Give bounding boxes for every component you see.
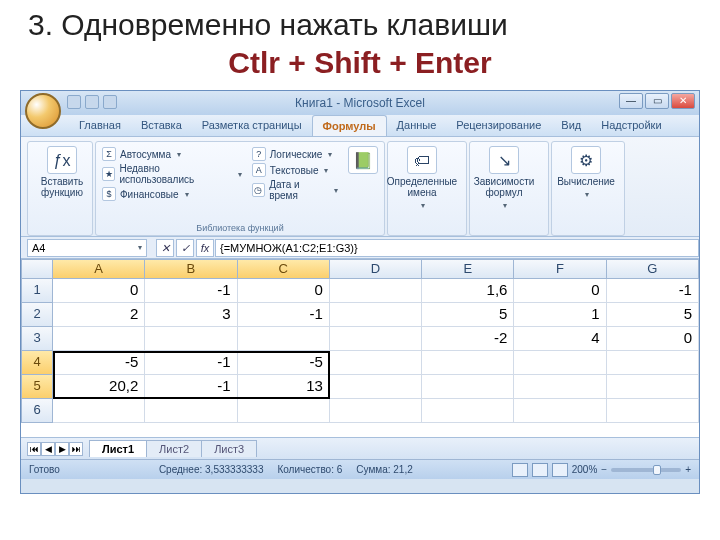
col-header-a[interactable]: A (53, 259, 145, 279)
cell[interactable]: -1 (145, 279, 237, 303)
nav-first-icon[interactable]: ⏮ (27, 442, 41, 456)
view-break-button[interactable] (552, 463, 568, 477)
col-header-g[interactable]: G (607, 259, 699, 279)
col-header-e[interactable]: E (422, 259, 514, 279)
cell[interactable] (422, 399, 514, 423)
cell[interactable] (330, 351, 422, 375)
tab-review[interactable]: Рецензирование (446, 115, 551, 136)
cell[interactable]: 0 (607, 327, 699, 351)
view-normal-button[interactable] (512, 463, 528, 477)
sheet-tab-2[interactable]: Лист2 (146, 440, 202, 457)
cell[interactable] (330, 327, 422, 351)
cell[interactable] (422, 351, 514, 375)
cell[interactable]: 4 (514, 327, 606, 351)
quick-access-toolbar[interactable] (67, 95, 117, 109)
sheet-tab-1[interactable]: Лист1 (89, 440, 147, 457)
nav-prev-icon[interactable]: ◀ (41, 442, 55, 456)
col-header-c[interactable]: C (238, 259, 330, 279)
financial-button[interactable]: $Финансовые▾ (102, 187, 242, 201)
cell[interactable]: -1 (145, 351, 237, 375)
cell[interactable]: 0 (514, 279, 606, 303)
cell[interactable]: 1,6 (422, 279, 514, 303)
cell[interactable]: -1 (607, 279, 699, 303)
formula-bar[interactable]: {=МУМНОЖ(A1:C2;E1:G3)} (215, 239, 699, 257)
cell[interactable] (422, 375, 514, 399)
zoom-in-button[interactable]: + (685, 464, 691, 475)
calculation-button[interactable]: ⚙Вычисление▾ (558, 146, 614, 200)
zoom-slider[interactable] (611, 468, 681, 472)
cell[interactable] (330, 279, 422, 303)
tab-layout[interactable]: Разметка страницы (192, 115, 312, 136)
sheet-tab-3[interactable]: Лист3 (201, 440, 257, 457)
col-header-d[interactable]: D (330, 259, 422, 279)
name-box[interactable]: A4▾ (27, 239, 147, 257)
cell[interactable] (514, 399, 606, 423)
tab-view[interactable]: Вид (551, 115, 591, 136)
col-header-b[interactable]: B (145, 259, 237, 279)
fx-button[interactable]: fx (196, 239, 214, 257)
row-header-2[interactable]: 2 (21, 303, 53, 327)
cell[interactable] (330, 399, 422, 423)
select-all-corner[interactable] (21, 259, 53, 279)
cancel-formula-button[interactable]: ✕ (156, 239, 174, 257)
autosum-button[interactable]: ΣАвтосумма▾ (102, 147, 242, 161)
zoom-out-button[interactable]: − (601, 464, 607, 475)
col-header-f[interactable]: F (514, 259, 606, 279)
insert-function-button[interactable]: ƒx Вставить функцию (34, 146, 90, 198)
tab-data[interactable]: Данные (387, 115, 447, 136)
cell[interactable] (607, 351, 699, 375)
cell[interactable]: -2 (422, 327, 514, 351)
cell[interactable] (330, 303, 422, 327)
cell[interactable]: 5 (422, 303, 514, 327)
row-header-1[interactable]: 1 (21, 279, 53, 303)
text-button[interactable]: AТекстовые▾ (252, 163, 338, 177)
cell[interactable] (514, 351, 606, 375)
formula-auditing-button[interactable]: ↘Зависимости формул▾ (476, 146, 532, 211)
cell[interactable]: 1 (514, 303, 606, 327)
cell[interactable] (607, 375, 699, 399)
view-layout-button[interactable] (532, 463, 548, 477)
cell[interactable] (53, 327, 145, 351)
datetime-button[interactable]: ◷Дата и время▾ (252, 179, 338, 201)
logical-button[interactable]: ?Логические▾ (252, 147, 338, 161)
cell[interactable] (145, 399, 237, 423)
cell[interactable]: -1 (145, 375, 237, 399)
maximize-button[interactable]: ▭ (645, 93, 669, 109)
cell[interactable]: 20,2 (53, 375, 145, 399)
cell[interactable] (607, 399, 699, 423)
cell[interactable] (330, 375, 422, 399)
defined-names-button[interactable]: 🏷Определенные имена▾ (394, 146, 450, 211)
nav-last-icon[interactable]: ⏭ (69, 442, 83, 456)
cell[interactable]: -5 (53, 351, 145, 375)
cell[interactable]: 0 (53, 279, 145, 303)
tab-addins[interactable]: Надстройки (591, 115, 671, 136)
cell[interactable]: 13 (238, 375, 330, 399)
cell[interactable] (238, 399, 330, 423)
cell[interactable] (238, 327, 330, 351)
minimize-button[interactable]: — (619, 93, 643, 109)
excel-window: Книга1 - Microsoft Excel — ▭ ✕ Главная В… (20, 90, 700, 494)
tab-home[interactable]: Главная (69, 115, 131, 136)
row-header-6[interactable]: 6 (21, 399, 53, 423)
row-header-4[interactable]: 4 (21, 351, 53, 375)
cell[interactable] (145, 327, 237, 351)
more-functions-button[interactable]: 📗 (348, 146, 378, 202)
cell[interactable]: -1 (238, 303, 330, 327)
cell[interactable]: 0 (238, 279, 330, 303)
cell[interactable] (53, 399, 145, 423)
recent-button[interactable]: ★Недавно использовались▾ (102, 163, 242, 185)
row-header-3[interactable]: 3 (21, 327, 53, 351)
worksheet-grid[interactable]: A B C D E F G 10-101,60-1 223-1515 3-240… (21, 259, 699, 437)
office-button[interactable] (25, 93, 61, 129)
cell[interactable]: 3 (145, 303, 237, 327)
close-button[interactable]: ✕ (671, 93, 695, 109)
cell[interactable] (514, 375, 606, 399)
tab-formulas[interactable]: Формулы (312, 115, 387, 136)
cell[interactable]: 2 (53, 303, 145, 327)
cell[interactable]: -5 (238, 351, 330, 375)
nav-next-icon[interactable]: ▶ (55, 442, 69, 456)
cell[interactable]: 5 (607, 303, 699, 327)
tab-insert[interactable]: Вставка (131, 115, 192, 136)
row-header-5[interactable]: 5 (21, 375, 53, 399)
enter-formula-button[interactable]: ✓ (176, 239, 194, 257)
